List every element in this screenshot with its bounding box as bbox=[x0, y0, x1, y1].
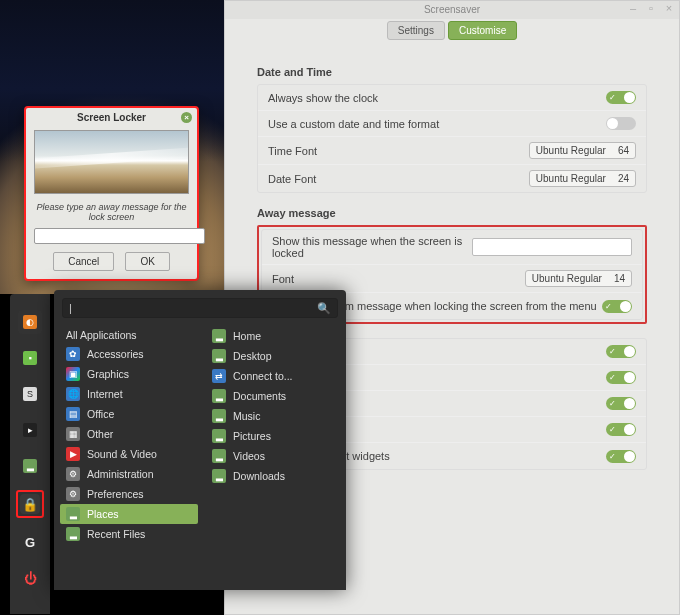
label-show-away: Show this message when the screen is loc… bbox=[272, 235, 472, 259]
launcher-firefox[interactable]: ◐ bbox=[18, 310, 42, 334]
section-away-message: Away message bbox=[257, 207, 647, 219]
launcher-terminal-green[interactable]: ▪ bbox=[18, 346, 42, 370]
section-date-time: Date and Time bbox=[257, 66, 647, 78]
toggle-ask-custom[interactable]: ✓ bbox=[602, 300, 632, 313]
toggle-custom-format[interactable] bbox=[606, 117, 636, 130]
menu-cat-preferences[interactable]: ⚙Preferences bbox=[60, 484, 198, 504]
toggle-controls[interactable]: ✓ bbox=[606, 371, 636, 384]
dialog-hint: Please type an away message for the lock… bbox=[26, 198, 197, 226]
launcher-logout[interactable]: G bbox=[18, 530, 42, 554]
launcher-panel: ◐ ▪ S ▸ ▂ 🔒 G ⏻ bbox=[10, 294, 50, 614]
place-home[interactable]: ▂Home bbox=[206, 326, 344, 346]
menu-search-input[interactable]: | 🔍 bbox=[62, 298, 338, 318]
place-downloads[interactable]: ▂Downloads bbox=[206, 466, 344, 486]
time-font-button[interactable]: Ubuntu Regular 64 bbox=[529, 142, 636, 159]
screen-locker-dialog: Screen Locker × Please type an away mess… bbox=[24, 106, 199, 281]
menu-cat-recent[interactable]: ▂Recent Files bbox=[60, 524, 198, 544]
tab-settings[interactable]: Settings bbox=[387, 21, 445, 40]
tab-bar: Settings Customise bbox=[225, 19, 679, 46]
away-message-dialog-input[interactable] bbox=[34, 228, 205, 244]
close-icon[interactable]: × bbox=[181, 112, 192, 123]
window-title: Screensaver bbox=[424, 4, 480, 15]
place-connect-to[interactable]: ⇄Connect to... bbox=[206, 366, 344, 386]
label-custom-format: Use a custom date and time format bbox=[268, 118, 439, 130]
toggle-shortcuts[interactable]: ✓ bbox=[606, 345, 636, 358]
label-away-font: Font bbox=[272, 273, 294, 285]
toggle-always-show-clock[interactable]: ✓ bbox=[606, 91, 636, 104]
menu-cat-accessories[interactable]: ✿Accessories bbox=[60, 344, 198, 364]
window-close-icon[interactable]: × bbox=[663, 2, 675, 14]
menu-cat-office[interactable]: ▤Office bbox=[60, 404, 198, 424]
window-titlebar: Screensaver – ▫ × bbox=[225, 1, 679, 19]
menu-cat-sound-video[interactable]: ▶Sound & Video bbox=[60, 444, 198, 464]
date-font-button[interactable]: Ubuntu Regular 24 bbox=[529, 170, 636, 187]
launcher-lock[interactable]: 🔒 bbox=[20, 494, 40, 514]
away-font-button[interactable]: Ubuntu Regular 14 bbox=[525, 270, 632, 287]
window-maximize-icon[interactable]: ▫ bbox=[645, 2, 657, 14]
place-pictures[interactable]: ▂Pictures bbox=[206, 426, 344, 446]
menu-cat-internet[interactable]: 🌐Internet bbox=[60, 384, 198, 404]
launcher-files[interactable]: ▂ bbox=[18, 454, 42, 478]
place-music[interactable]: ▂Music bbox=[206, 406, 344, 426]
menu-categories: All Applications ✿Accessories ▣Graphics … bbox=[54, 322, 200, 590]
application-menu: | 🔍 All Applications ✿Accessories ▣Graph… bbox=[54, 290, 346, 590]
cancel-button[interactable]: Cancel bbox=[53, 252, 114, 271]
place-desktop[interactable]: ▂Desktop bbox=[206, 346, 344, 366]
tab-customise[interactable]: Customise bbox=[448, 21, 517, 40]
menu-cat-places[interactable]: ▂Places bbox=[60, 504, 198, 524]
away-message-input[interactable] bbox=[472, 238, 632, 256]
place-videos[interactable]: ▂Videos bbox=[206, 446, 344, 466]
launcher-software[interactable]: S bbox=[18, 382, 42, 406]
screensaver-preview bbox=[34, 130, 189, 194]
lock-launcher-highlight: 🔒 bbox=[16, 490, 44, 518]
menu-all-applications[interactable]: All Applications bbox=[60, 326, 198, 344]
search-icon: 🔍 bbox=[317, 302, 331, 315]
lock-icon: 🔒 bbox=[22, 497, 38, 512]
dialog-title: Screen Locker × bbox=[26, 108, 197, 127]
toggle-unknown-1[interactable]: ✓ bbox=[606, 397, 636, 410]
window-minimize-icon[interactable]: – bbox=[627, 2, 639, 14]
label-time-font: Time Font bbox=[268, 145, 317, 157]
menu-cat-administration[interactable]: ⚙Administration bbox=[60, 464, 198, 484]
place-documents[interactable]: ▂Documents bbox=[206, 386, 344, 406]
label-always-show-clock: Always show the clock bbox=[268, 92, 378, 104]
menu-places: ▂Home ▂Desktop ⇄Connect to... ▂Documents… bbox=[200, 322, 346, 590]
label-date-font: Date Font bbox=[268, 173, 316, 185]
ok-button[interactable]: OK bbox=[125, 252, 169, 271]
toggle-album-art[interactable]: ✓ bbox=[606, 450, 636, 463]
launcher-terminal[interactable]: ▸ bbox=[18, 418, 42, 442]
launcher-power[interactable]: ⏻ bbox=[18, 566, 42, 590]
menu-cat-graphics[interactable]: ▣Graphics bbox=[60, 364, 198, 384]
menu-cat-other[interactable]: ▦Other bbox=[60, 424, 198, 444]
toggle-unknown-2[interactable]: ✓ bbox=[606, 423, 636, 436]
